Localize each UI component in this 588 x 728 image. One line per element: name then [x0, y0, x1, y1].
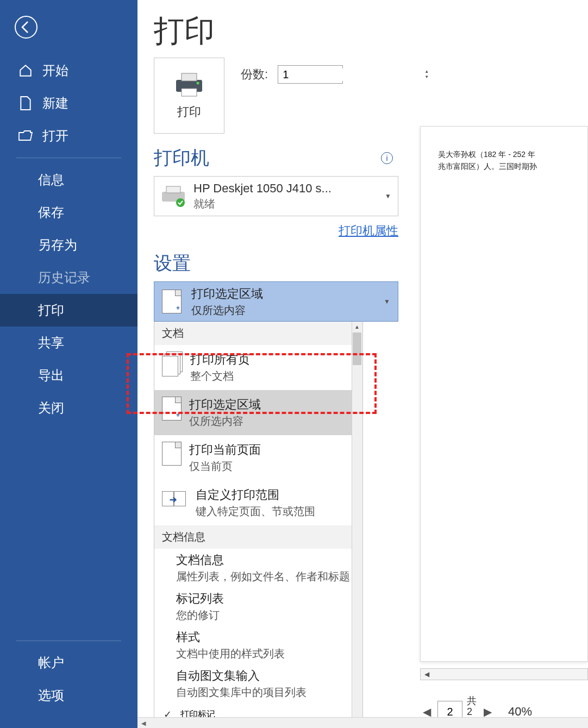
info-icon[interactable]: i [381, 152, 393, 164]
chevron-down-icon: ▼ [385, 192, 391, 200]
preview-text-line: 吴大帝孙权（182 年 - 252 年 [438, 148, 587, 160]
print-settings-column: 打印 打印 份数: ▲▼ 打印机 i [137, 0, 398, 728]
nav-label: 历史记录 [38, 269, 90, 286]
settings-heading: 设置 [154, 251, 398, 276]
nav-divider [16, 641, 121, 641]
opt-print-current[interactable]: 打印当前页面仅当前页 [154, 435, 362, 480]
dropdown-group-doc: 文档 [154, 322, 362, 345]
preview-horizontal-scrollbar[interactable]: ◀ [420, 668, 588, 680]
nav-label: 共享 [38, 334, 64, 352]
svg-point-0 [15, 16, 37, 38]
nav-saveas[interactable]: 另存为 [0, 229, 137, 261]
page-selection-icon [162, 397, 182, 421]
nav-label: 帐户 [38, 654, 64, 671]
open-folder-icon [18, 129, 33, 143]
dropdown-scrollbar[interactable]: ▲ ▼ [352, 322, 362, 728]
opt-print-custom[interactable]: ➔ 自定义打印范围键入特定页面、节或范围 [154, 480, 362, 525]
nav-info[interactable]: 信息 [0, 164, 137, 196]
selected-title: 打印选定区域 [191, 286, 263, 302]
opt-docinfo[interactable]: 文档信息属性列表，例如文件名、作者和标题 [154, 549, 362, 587]
chevron-down-icon: ▼ [384, 298, 390, 305]
nav-history[interactable]: 历史记录 [0, 261, 137, 294]
opt-autotext[interactable]: 自动图文集输入自动图文集库中的项目列表 [154, 664, 362, 703]
svg-point-7 [176, 198, 185, 207]
page-title: 打印 [154, 11, 398, 52]
printer-properties-link[interactable]: 打印机属性 [154, 223, 398, 239]
home-icon [18, 64, 33, 78]
printer-heading: 打印机 i [154, 146, 398, 171]
print-button[interactable]: 打印 [154, 58, 224, 134]
backstage-sidebar: 开始 新建 打开 信息 保存 另存为 历史记录 打印 共享 导出 关闭 帐户 选… [0, 0, 137, 728]
window-horizontal-scrollbar[interactable]: ◀ [137, 717, 588, 728]
opt-markup-list[interactable]: 标记列表您的修订 [154, 587, 362, 626]
opt-print-all[interactable]: 打印所有页整个文档 [154, 345, 362, 390]
pages-range-icon: ➔ [162, 487, 188, 510]
printer-selector[interactable]: HP Deskjet 1050 J410 s... 就绪 ▼ [154, 176, 398, 216]
nav-label: 新建 [42, 95, 68, 112]
nav-options[interactable]: 选项 [0, 679, 137, 712]
svg-point-4 [197, 82, 199, 85]
scroll-left-icon[interactable]: ◀ [421, 669, 433, 680]
nav-new[interactable]: 新建 [0, 87, 137, 120]
copies-input[interactable] [278, 68, 424, 81]
nav-label: 打印 [38, 302, 64, 319]
preview-page: 吴大帝孙权（182 年 - 252 年 兆市富阳区）人。三国时期孙 [420, 126, 588, 662]
nav-open[interactable]: 打开 [0, 120, 137, 152]
copies-row: 份数: ▲▼ [241, 65, 343, 84]
copies-label: 份数: [241, 66, 268, 83]
scroll-left-icon[interactable]: ◀ [137, 718, 149, 728]
nav-label: 信息 [38, 171, 64, 189]
nav-export[interactable]: 导出 [0, 359, 137, 392]
printer-device-icon [161, 185, 186, 207]
pages-stack-icon [162, 352, 183, 376]
main-area: 打印 打印 份数: ▲▼ 打印机 i [137, 0, 588, 728]
print-button-label: 打印 [177, 104, 201, 120]
copies-spinner[interactable]: ▲▼ [278, 65, 343, 84]
selected-sub: 仅所选内容 [191, 303, 263, 318]
nav-save[interactable]: 保存 [0, 196, 137, 229]
nav-label: 保存 [38, 204, 64, 221]
print-range-selector[interactable]: 打印选定区域 仅所选内容 ▼ [154, 281, 398, 322]
nav-label: 导出 [38, 367, 64, 384]
nav-home[interactable]: 开始 [0, 54, 137, 87]
nav-divider [16, 158, 121, 158]
page-selection-icon [162, 290, 182, 313]
nav-label: 选项 [38, 687, 64, 704]
nav-label: 开始 [42, 62, 68, 79]
svg-rect-3 [182, 89, 197, 96]
nav-print[interactable]: 打印 [0, 294, 137, 327]
nav-account[interactable]: 帐户 [0, 647, 137, 679]
next-page-button[interactable]: ▶ [481, 705, 494, 718]
preview-text-line: 兆市富阳区）人。三国时期孙 [438, 160, 587, 172]
dropdown-group-docinfo: 文档信息 [154, 525, 362, 549]
svg-rect-2 [182, 73, 197, 81]
nav-label: 另存为 [38, 236, 77, 254]
page-icon [162, 442, 182, 466]
nav-close[interactable]: 关闭 [0, 392, 137, 424]
nav-label: 关闭 [38, 399, 64, 417]
new-doc-icon [18, 96, 33, 110]
back-button[interactable] [10, 11, 42, 43]
printer-status: 就绪 [193, 197, 331, 211]
opt-print-selection[interactable]: 打印选定区域仅所选内容 [154, 390, 362, 435]
nav-label: 打开 [42, 127, 68, 145]
opt-styles[interactable]: 样式文档中使用的样式列表 [154, 626, 362, 664]
prev-page-button[interactable]: ◀ [420, 705, 433, 718]
print-range-dropdown: ▲ ▼ 文档 打印所有页整个文档 打印选定区域仅所选内容 打印当前页面仅当前页 … [154, 322, 363, 728]
scroll-thumb[interactable] [353, 332, 361, 365]
nav-share[interactable]: 共享 [0, 327, 137, 359]
print-preview-column: 吴大帝孙权（182 年 - 252 年 兆市富阳区）人。三国时期孙 ◀ ◀ 共2… [398, 0, 588, 728]
spinner-arrows[interactable]: ▲▼ [424, 69, 429, 80]
scroll-up-icon[interactable]: ▲ [352, 322, 362, 332]
printer-icon [173, 71, 205, 98]
printer-name: HP Deskjet 1050 J410 s... [193, 181, 331, 196]
svg-rect-6 [166, 186, 180, 193]
back-arrow-icon [14, 15, 38, 39]
